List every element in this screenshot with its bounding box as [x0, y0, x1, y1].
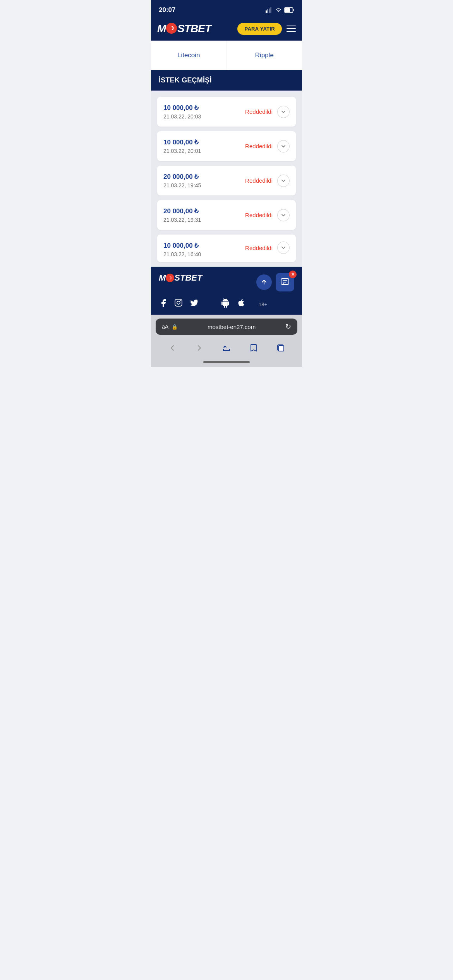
address-bar[interactable]: aA 🔒 mostbet-en27.com ↻ [156, 319, 297, 335]
history-amount: 10 000,00 ₺ [163, 242, 201, 250]
signal-icon [266, 7, 273, 13]
payment-option-ripple[interactable]: Ripple [227, 41, 302, 70]
footer-top: M ☽ STBET ✕ [159, 273, 294, 291]
svg-rect-0 [266, 10, 267, 13]
home-indicator [151, 359, 302, 367]
site-footer: M ☽ STBET ✕ [151, 267, 302, 315]
logo-text-left: M [157, 22, 166, 35]
history-list: 10 000,00 ₺ 21.03.22, 20:03 Reddedildi 1… [151, 91, 302, 267]
svg-rect-6 [281, 279, 289, 284]
reload-button[interactable]: ↻ [285, 322, 291, 331]
instagram-icon[interactable] [174, 298, 183, 310]
arrow-up-icon [261, 279, 268, 286]
svg-rect-11 [278, 346, 284, 351]
chevron-down-icon [281, 245, 286, 250]
svg-rect-2 [269, 9, 270, 13]
history-expand-button[interactable] [277, 242, 290, 254]
footer-social-links: 18+ [159, 296, 267, 310]
svg-point-8 [177, 301, 180, 304]
payment-litecoin-label: Litecoin [177, 51, 200, 59]
history-status: Reddedildi [245, 143, 273, 149]
header-actions: PARA YATIR [237, 23, 296, 35]
status-bar: 20:07 [151, 0, 302, 19]
home-bar [203, 361, 250, 363]
history-item: 10 000,00 ₺ 21.03.22, 20:01 Reddedildi [157, 131, 296, 161]
history-status: Reddedildi [245, 245, 273, 251]
footer-action-buttons: ✕ [256, 273, 294, 291]
history-expand-button[interactable] [277, 209, 290, 221]
app-header: M ☽ STBET PARA YATIR [151, 19, 302, 41]
facebook-icon[interactable] [159, 298, 167, 310]
para-yatir-button[interactable]: PARA YATIR [237, 23, 282, 35]
history-item: 10 000,00 ₺ 21.03.22, 20:03 Reddedildi [157, 97, 296, 127]
android-icon[interactable] [221, 298, 230, 310]
svg-point-9 [180, 300, 181, 301]
footer-logo-text-left: M [159, 273, 166, 283]
browser-navigation [151, 339, 302, 359]
font-size-control[interactable]: aA [162, 324, 168, 330]
payment-option-litecoin[interactable]: Litecoin [151, 41, 226, 70]
svg-rect-5 [285, 8, 290, 12]
history-expand-button[interactable] [277, 106, 290, 118]
browser-back-button[interactable] [165, 342, 180, 356]
history-status: Reddedildi [245, 108, 273, 115]
history-expand-button[interactable] [277, 175, 290, 187]
history-item-left: 20 000,00 ₺ 21.03.22, 19:45 [163, 173, 201, 188]
wifi-icon [275, 7, 282, 13]
status-icons [266, 7, 294, 13]
age-badge: 18+ [259, 302, 267, 307]
history-section-title: İSTEK GEÇMİŞİ [159, 76, 212, 84]
chat-icon [280, 278, 290, 287]
history-item-right: Reddedildi [245, 106, 290, 118]
payment-ripple-label: Ripple [255, 51, 274, 59]
twitter-icon[interactable] [190, 298, 198, 310]
chevron-down-icon [281, 109, 286, 115]
history-date: 21.03.22, 16:40 [163, 251, 201, 257]
history-item-right: Reddedildi [245, 140, 290, 152]
browser-bookmark-button[interactable] [246, 342, 261, 356]
history-item-left: 10 000,00 ₺ 21.03.22, 20:03 [163, 104, 201, 120]
history-expand-button[interactable] [277, 140, 290, 152]
history-item-right: Reddedildi [245, 209, 290, 221]
history-amount: 20 000,00 ₺ [163, 173, 201, 181]
apple-icon[interactable] [237, 298, 245, 310]
footer-logo-text-right: STBET [174, 273, 202, 283]
url-display[interactable]: mostbet-en27.com [181, 324, 282, 330]
svg-rect-3 [270, 7, 271, 13]
browser-forward-button[interactable] [192, 342, 207, 356]
svg-rect-7 [175, 299, 182, 306]
history-section-header: İSTEK GEÇMİŞİ [151, 70, 302, 91]
logo: M ☽ STBET [157, 22, 211, 35]
scroll-top-button[interactable] [256, 274, 272, 290]
history-item-left: 10 000,00 ₺ 21.03.22, 16:40 [163, 242, 201, 257]
chevron-down-icon [281, 178, 286, 183]
history-date: 21.03.22, 20:01 [163, 148, 201, 154]
history-item-left: 10 000,00 ₺ 21.03.22, 20:01 [163, 138, 201, 154]
battery-icon [284, 7, 294, 13]
browser-bar: aA 🔒 mostbet-en27.com ↻ [151, 315, 302, 339]
history-amount: 20 000,00 ₺ [163, 207, 201, 215]
hamburger-menu[interactable] [287, 26, 296, 32]
logo-flag-icon: ☽ [166, 23, 177, 34]
history-status: Reddedildi [245, 212, 273, 218]
history-date: 21.03.22, 19:45 [163, 182, 201, 188]
chevron-down-icon [281, 212, 286, 218]
history-item: 20 000,00 ₺ 21.03.22, 19:45 Reddedildi [157, 166, 296, 195]
history-item-left: 20 000,00 ₺ 21.03.22, 19:31 [163, 207, 201, 223]
history-amount: 10 000,00 ₺ [163, 138, 201, 146]
browser-tabs-button[interactable] [273, 342, 288, 356]
history-item-right: Reddedildi [245, 242, 290, 254]
history-amount: 10 000,00 ₺ [163, 104, 201, 112]
close-badge[interactable]: ✕ [289, 271, 297, 278]
live-chat-button[interactable]: ✕ [276, 273, 294, 291]
browser-share-button[interactable] [219, 342, 234, 356]
history-item-partial: 10 000,00 ₺ 21.03.22, 16:40 Reddedildi [157, 235, 296, 262]
svg-rect-1 [267, 9, 268, 13]
history-item-right: Reddedildi [245, 175, 290, 187]
payment-options: Litecoin Ripple [151, 41, 302, 70]
history-date: 21.03.22, 19:31 [163, 217, 201, 223]
history-status: Reddedildi [245, 177, 273, 184]
status-time: 20:07 [159, 6, 175, 14]
footer-logo-flag-icon: ☽ [166, 274, 174, 282]
history-date: 21.03.22, 20:03 [163, 113, 201, 120]
